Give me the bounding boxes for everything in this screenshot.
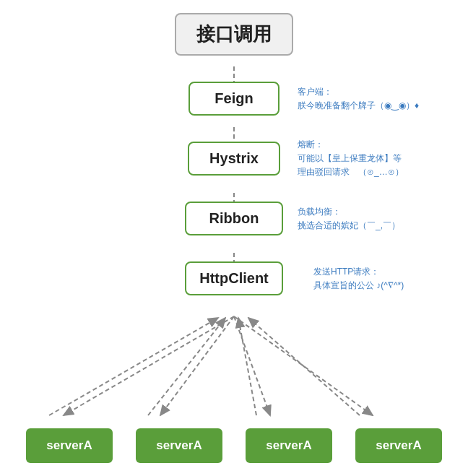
hystrix-row: Hystrix 熔断： 可能以【皇上保重龙体】等 理由驳回请求 （⊙_…⊙）	[0, 142, 468, 176]
svg-line-6	[64, 316, 234, 415]
node-feign: Feign	[188, 82, 279, 116]
annotation-httpclient: 发送HTTP请求： 具体宣旨的公公 ♪(^∇^*)	[313, 264, 404, 292]
server-a-1: serverA	[26, 428, 113, 463]
svg-line-9	[234, 316, 373, 415]
httpclient-row: HttpClient 发送HTTP请求： 具体宣旨的公公 ♪(^∇^*)	[0, 261, 468, 295]
server-a-3: serverA	[246, 428, 332, 463]
svg-line-11	[148, 318, 225, 415]
svg-line-8	[234, 316, 270, 415]
arrows-svg	[0, 0, 468, 476]
svg-line-12	[238, 318, 256, 415]
svg-line-10	[49, 318, 218, 415]
node-ribbon: Ribbon	[185, 202, 284, 235]
title-text: 接口调用	[196, 23, 272, 45]
annotation-ribbon: 负载均衡： 挑选合适的嫔妃（￣_,￣）	[298, 204, 400, 232]
node-hystrix: Hystrix	[188, 142, 280, 176]
server-a-4: serverA	[355, 428, 442, 463]
annotation-feign: 客户端： 朕今晚准备翻个牌子（◉‿◉）♦	[298, 85, 419, 112]
title-box: 接口调用	[175, 13, 293, 56]
server-a-2: serverA	[136, 428, 222, 463]
annotation-hystrix: 熔断： 可能以【皇上保重龙体】等 理由驳回请求 （⊙_…⊙）	[298, 138, 404, 180]
servers-row: serverA serverA serverA serverA	[0, 428, 468, 463]
feign-row: Feign 客户端： 朕今晚准备翻个牌子（◉‿◉）♦	[0, 82, 468, 116]
svg-line-13	[248, 318, 360, 415]
ribbon-row: Ribbon 负载均衡： 挑选合适的嫔妃（￣_,￣）	[0, 202, 468, 235]
node-httpclient: HttpClient	[185, 261, 283, 295]
diagram-container: 接口调用 Feign 客户端： 朕今晚准备翻个牌子（◉‿◉）♦ Hystrix …	[0, 0, 468, 476]
svg-line-7	[160, 316, 234, 415]
